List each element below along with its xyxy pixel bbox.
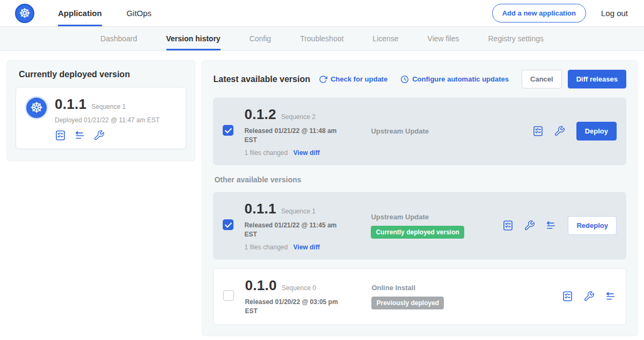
deployed-sequence-label: Sequence 1: [91, 103, 126, 110]
release-notes-icon[interactable]: [562, 291, 573, 302]
latest-available-title: Latest available version: [213, 75, 310, 84]
files-changed-label: 1 files changed: [244, 243, 288, 251]
refresh-icon: [319, 75, 327, 84]
app-subnav: Dashboard Version history Config Trouble…: [0, 27, 644, 51]
deploy-button[interactable]: Deploy: [576, 122, 617, 141]
diff-icon[interactable]: [545, 220, 557, 231]
released-timestamp: Released 01/21/22 @ 11:45 am EST: [244, 221, 342, 240]
subnav-item-dashboard[interactable]: Dashboard: [100, 27, 137, 50]
sequence-label: Sequence 0: [282, 284, 316, 292]
main-content: Currently deployed version ☸ 0.1.1 Seque…: [0, 51, 644, 340]
sequence-label: Sequence 2: [281, 113, 316, 121]
files-changed-label: 1 files changed: [244, 149, 288, 157]
subnav-item-version-history[interactable]: Version history: [166, 27, 221, 50]
clock-icon: [400, 75, 409, 84]
currently-deployed-panel: Currently deployed version ☸ 0.1.1 Seque…: [6, 60, 195, 161]
kubernetes-wheel-icon: ☸: [19, 6, 31, 21]
version-number: 0.1.0: [245, 277, 276, 294]
topnav-tabs: Application GitOps: [58, 0, 176, 26]
topnav-right: Add a new application Log out: [492, 4, 628, 23]
version-number: 0.1.1: [244, 201, 276, 217]
tab-application[interactable]: Application: [58, 0, 102, 26]
config-wrench-icon[interactable]: [524, 220, 535, 231]
release-notes-icon[interactable]: [502, 220, 514, 231]
previously-deployed-badge: Previously deployed: [371, 297, 444, 309]
subnav-item-registry-settings[interactable]: Registry settings: [488, 27, 544, 50]
version-row-0-1-2: 0.1.2 Sequence 2 Released 01/21/22 @ 11:…: [213, 98, 626, 165]
tab-gitops[interactable]: GitOps: [127, 0, 152, 26]
version-number: 0.1.2: [244, 106, 276, 123]
released-timestamp: Released 01/21/22 @ 11:48 am EST: [244, 127, 342, 145]
version-source-label: Upstream Update: [371, 127, 526, 135]
subnav-item-troubleshoot[interactable]: Troubleshoot: [300, 27, 343, 50]
version-row-0-1-1: 0.1.1 Sequence 1 Released 01/21/22 @ 11:…: [213, 192, 626, 260]
view-diff-link[interactable]: View diff: [294, 149, 320, 157]
version-checkbox[interactable]: [223, 125, 233, 136]
version-source-label: Upstream Update: [371, 213, 497, 221]
diff-releases-button[interactable]: Diff releases: [568, 70, 626, 88]
deployed-version-card: ☸ 0.1.1 Sequence 1 Deployed 01/21/22 @ 1…: [16, 87, 186, 149]
diff-icon[interactable]: [605, 291, 616, 302]
app-icon: ☸: [25, 96, 48, 120]
configure-automatic-updates-link[interactable]: Configure automatic updates: [400, 75, 509, 84]
available-versions-panel: Latest available version Check for updat…: [202, 60, 638, 336]
top-navbar: ☸ Application GitOps Add a new applicati…: [0, 0, 644, 27]
kubernetes-logo: ☸: [15, 4, 34, 23]
other-versions-title: Other available versions: [214, 175, 626, 184]
diff-icon[interactable]: [74, 130, 85, 141]
add-new-application-button[interactable]: Add a new application: [492, 4, 586, 23]
version-row-0-1-0: 0.1.0 Sequence 0 Released 01/20/22 @ 03:…: [213, 268, 626, 326]
subnav-item-config[interactable]: Config: [250, 27, 271, 50]
subnav-item-view-files[interactable]: View files: [428, 27, 459, 50]
version-checkbox[interactable]: [223, 219, 233, 230]
row-spacer: [213, 260, 626, 268]
deployed-version-number: 0.1.1: [55, 96, 86, 113]
config-wrench-icon[interactable]: [554, 125, 565, 137]
subnav-item-license[interactable]: License: [372, 27, 398, 50]
released-timestamp: Released 01/20/22 @ 03:05 pm EST: [245, 298, 342, 316]
deployed-timestamp: Deployed 01/21/22 @ 11:47 am EST: [55, 116, 159, 124]
version-source-label: Online Install: [371, 284, 557, 292]
view-diff-link[interactable]: View diff: [294, 243, 320, 251]
kubernetes-wheel-icon: ☸: [30, 99, 43, 116]
redeploy-button[interactable]: Redeploy: [568, 216, 617, 235]
available-header: Latest available version Check for updat…: [213, 70, 626, 88]
deployed-panel-title: Currently deployed version: [19, 70, 186, 79]
cancel-button[interactable]: Cancel: [522, 70, 562, 88]
sequence-label: Sequence 1: [281, 208, 316, 215]
check-for-update-link[interactable]: Check for update: [319, 75, 387, 84]
release-notes-icon[interactable]: [55, 130, 66, 141]
currently-deployed-badge: Currently deployed version: [371, 226, 464, 239]
version-checkbox[interactable]: [223, 290, 234, 301]
release-notes-icon[interactable]: [532, 125, 544, 137]
config-wrench-icon[interactable]: [583, 291, 595, 302]
config-wrench-icon[interactable]: [93, 130, 105, 141]
logout-link[interactable]: Log out: [601, 9, 628, 18]
